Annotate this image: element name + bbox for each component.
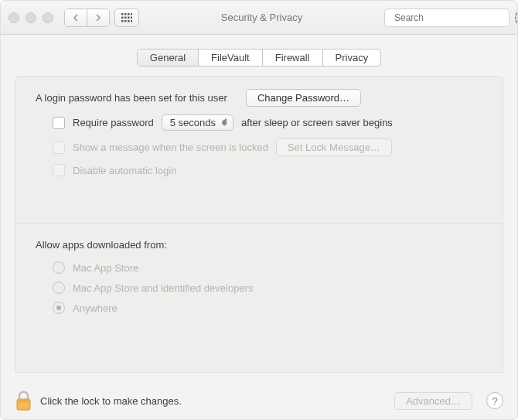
svg-rect-2 bbox=[128, 13, 130, 15]
search-input[interactable] bbox=[393, 12, 512, 24]
back-button[interactable] bbox=[65, 9, 87, 26]
grid-icon bbox=[121, 13, 132, 22]
radio-identified-developers-label: Mac App Store and identified developers bbox=[73, 282, 253, 294]
tab-bar: General FileVault Firewall Privacy bbox=[1, 49, 517, 67]
svg-rect-9 bbox=[124, 20, 127, 22]
chevron-left-icon bbox=[73, 14, 79, 22]
allow-apps-header: Allow apps downloaded from: bbox=[36, 239, 167, 251]
radio-anywhere bbox=[53, 302, 65, 314]
zoom-window-button[interactable] bbox=[43, 12, 53, 23]
forward-button[interactable] bbox=[87, 9, 109, 26]
tab-filevault[interactable]: FileVault bbox=[198, 50, 262, 66]
svg-rect-6 bbox=[128, 16, 130, 19]
set-lock-message-button: Set Lock Message… bbox=[276, 138, 392, 156]
lock-icon bbox=[15, 390, 32, 411]
lock-button[interactable] bbox=[15, 390, 32, 411]
require-password-delay-select[interactable]: 5 seconds ▲▼ bbox=[162, 114, 233, 131]
footer: Click the lock to make changes. Advanced… bbox=[1, 382, 517, 419]
toolbar: Security & Privacy bbox=[1, 1, 517, 35]
radio-mac-app-store bbox=[53, 261, 65, 274]
svg-rect-1 bbox=[124, 13, 127, 15]
tab-segment: General FileVault Firewall Privacy bbox=[137, 49, 381, 67]
show-message-label: Show a message when the screen is locked bbox=[73, 142, 268, 153]
radio-mac-app-store-label: Mac App Store bbox=[73, 262, 138, 274]
change-password-button[interactable]: Change Password… bbox=[246, 89, 361, 107]
close-icon bbox=[515, 15, 518, 21]
require-password-checkbox[interactable] bbox=[53, 117, 65, 129]
chevron-right-icon bbox=[95, 14, 101, 22]
tab-firewall[interactable]: Firewall bbox=[262, 50, 322, 66]
divider bbox=[15, 223, 503, 224]
content-panel: A login password has been set for this u… bbox=[15, 76, 503, 373]
nav-segment bbox=[64, 9, 110, 27]
search-field[interactable] bbox=[384, 9, 509, 27]
svg-rect-0 bbox=[121, 13, 124, 15]
preferences-window: Security & Privacy General FileVault Fir… bbox=[0, 0, 518, 420]
svg-rect-10 bbox=[128, 20, 130, 22]
svg-rect-15 bbox=[17, 399, 30, 402]
login-password-text: A login password has been set for this u… bbox=[36, 92, 227, 104]
help-icon: ? bbox=[492, 395, 497, 407]
stepper-icon: ▲▼ bbox=[223, 118, 228, 126]
lock-message: Click the lock to make changes. bbox=[40, 395, 182, 407]
require-password-after-label: after sleep or screen saver begins bbox=[241, 117, 393, 128]
window-controls bbox=[9, 12, 53, 23]
svg-rect-3 bbox=[131, 13, 132, 15]
help-button[interactable]: ? bbox=[486, 392, 503, 409]
disable-auto-login-checkbox bbox=[53, 164, 65, 176]
minimize-window-button[interactable] bbox=[26, 12, 36, 23]
disable-auto-login-label: Disable automatic login bbox=[73, 165, 176, 176]
svg-rect-8 bbox=[121, 20, 124, 22]
svg-rect-7 bbox=[131, 16, 132, 19]
tab-general[interactable]: General bbox=[138, 50, 198, 66]
radio-anywhere-label: Anywhere bbox=[73, 302, 118, 314]
tab-privacy[interactable]: Privacy bbox=[322, 50, 381, 66]
require-password-delay-value: 5 seconds bbox=[170, 117, 216, 128]
advanced-button[interactable]: Advanced… bbox=[394, 392, 472, 410]
close-window-button[interactable] bbox=[9, 12, 19, 23]
show-all-button[interactable] bbox=[114, 9, 139, 27]
svg-rect-11 bbox=[131, 20, 132, 22]
radio-identified-developers bbox=[53, 282, 65, 294]
svg-rect-4 bbox=[121, 16, 124, 19]
require-password-label: Require password bbox=[73, 117, 154, 128]
window-title: Security & Privacy bbox=[144, 12, 380, 23]
clear-search-button[interactable] bbox=[515, 12, 518, 24]
svg-rect-5 bbox=[124, 16, 127, 19]
show-message-checkbox bbox=[53, 142, 65, 154]
